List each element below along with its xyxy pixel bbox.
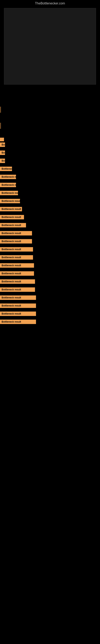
result-label: Bottleneck result xyxy=(0,296,36,300)
list-item: Bottleneck result xyxy=(0,255,100,260)
list-item: Bottleneck result xyxy=(0,222,100,228)
site-title: TheBottlenecker.com xyxy=(0,0,100,6)
list-item: Bottleneck result xyxy=(0,190,100,196)
result-label: Bottleneck result xyxy=(0,191,18,195)
result-label: Bottleneck result xyxy=(0,175,16,179)
site-header: TheBottlenecker.com xyxy=(0,0,100,6)
list-item: Bottleneck result xyxy=(0,279,100,284)
result-label: Bottleneck result xyxy=(0,288,35,292)
result-label: Bottleneck result xyxy=(0,263,34,268)
result-label: Bottleneck result xyxy=(0,199,20,203)
caret-1 xyxy=(0,107,1,113)
list-item: Bottleneck result xyxy=(0,295,100,300)
list-item: Bottleneck result xyxy=(0,271,100,276)
result-label: Bottleneck result xyxy=(0,255,33,260)
result-label: Bottleneck result xyxy=(0,183,16,187)
result-label: Bottleneck result xyxy=(0,231,32,236)
list-item: Bottleneck result xyxy=(0,319,100,324)
list-item: Bottleneck result xyxy=(0,263,100,268)
list-item: Bottleneck result xyxy=(0,214,100,220)
result-label: Bottleneck result xyxy=(0,312,36,316)
result-label: Bottleneck result xyxy=(0,207,22,211)
result-label: Bottleneck result xyxy=(0,304,36,308)
caret-2 xyxy=(0,123,1,129)
list-item: Bottleneck result xyxy=(0,182,100,188)
list-item: Bottleneck result xyxy=(0,174,100,180)
input-row-1 xyxy=(0,137,100,142)
result-label: Bottleneck result xyxy=(0,247,33,252)
result-label: Bottleneck result xyxy=(0,150,5,155)
result-label: Bottleneck result xyxy=(0,158,5,163)
result-label: Bottleneck result xyxy=(0,320,36,324)
list-item: Bottleneck result xyxy=(0,303,100,308)
list-item: Bottleneck result xyxy=(0,150,100,155)
chart-area xyxy=(0,8,100,92)
list-item: Bottleneck result xyxy=(0,142,100,147)
list-item: Bottleneck result xyxy=(0,239,100,244)
list-item: Bottleneck result xyxy=(0,287,100,292)
result-label: Bottleneck result xyxy=(0,223,26,228)
result-label: Bottleneck result xyxy=(0,279,35,284)
input-bar-1 xyxy=(0,138,4,141)
result-label: Bottleneck result xyxy=(0,167,12,171)
result-label: Bottleneck result xyxy=(0,239,32,244)
result-label: Bottleneck result xyxy=(0,271,34,276)
list-item: Bottleneck result xyxy=(0,158,100,164)
list-item: Bottleneck result xyxy=(0,206,100,212)
list-item: Bottleneck result xyxy=(0,247,100,252)
result-label: Bottleneck result xyxy=(0,215,24,219)
list-item: Bottleneck result xyxy=(0,311,100,316)
results-container: Bottleneck result Bottleneck result Bott… xyxy=(0,142,100,330)
list-item: Bottleneck result xyxy=(0,231,100,236)
list-item: Bottleneck result xyxy=(0,198,100,204)
result-label: Bottleneck result xyxy=(0,142,5,147)
chart-inner xyxy=(4,8,96,84)
list-item: Bottleneck result xyxy=(0,166,100,172)
